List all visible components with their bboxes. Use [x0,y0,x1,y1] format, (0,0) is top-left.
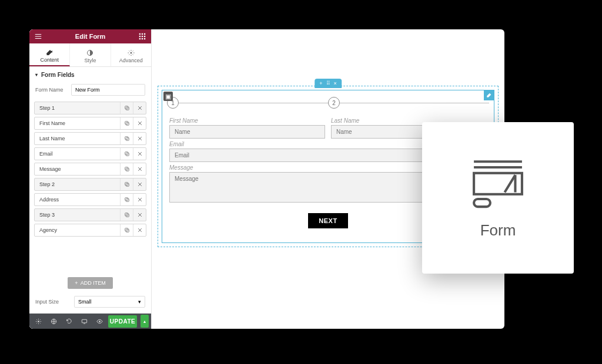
svg-rect-14 [125,122,128,124]
svg-rect-2 [144,33,145,35]
field-label: Agency [35,227,120,233]
svg-rect-18 [125,152,128,155]
edit-widget-handle[interactable] [484,90,494,100]
chevron-down-icon: ▾ [138,299,141,305]
add-item-button[interactable]: + ADD ITEM [68,277,112,289]
svg-rect-7 [142,38,143,39]
field-row[interactable]: Message [34,163,146,176]
field-row[interactable]: Agency [34,224,146,237]
fields-list: Step 1First NameLast NameEmailMessageSte… [29,102,151,271]
tab-style[interactable]: Style [70,43,111,66]
section-toolbar: + ⠿ × [315,79,342,88]
field-row[interactable]: Step 2 [34,178,146,191]
tab-content[interactable]: Content [29,43,70,66]
duplicate-icon[interactable] [120,209,133,221]
menu-icon[interactable] [34,32,42,41]
duplicate-icon[interactable] [120,178,133,190]
add-widget-handle[interactable]: ▣ [163,92,173,101]
responsive-icon[interactable] [78,316,91,326]
duplicate-icon[interactable] [120,117,133,129]
input-size-label: Input Size [35,299,71,305]
svg-rect-11 [126,107,129,110]
svg-rect-26 [125,213,128,216]
preview-icon[interactable] [93,316,106,326]
section-form-fields[interactable]: Form Fields [29,67,151,83]
remove-icon[interactable] [133,224,146,236]
field-row[interactable]: Step 3 [34,208,146,221]
form-name-input[interactable] [71,84,145,96]
globe-icon[interactable] [47,316,60,326]
duplicate-icon[interactable] [120,194,133,205]
steps-indicator: 1 2 [162,94,494,112]
step-line [340,103,489,103]
next-button[interactable]: NEXT [308,213,347,228]
duplicate-icon[interactable] [120,163,133,175]
field-row[interactable]: Step 1 [34,102,146,114]
remove-icon[interactable] [133,194,146,205]
field-label: Step 1 [35,105,120,111]
svg-rect-21 [126,183,129,186]
field-row[interactable]: First Name [34,117,146,130]
section-drag-icon[interactable]: ⠿ [326,80,330,86]
svg-rect-24 [125,198,128,201]
plus-icon: + [75,280,78,286]
sidebar-header: Edit Form [29,29,151,43]
remove-icon[interactable] [133,209,146,221]
remove-icon[interactable] [133,163,146,175]
form-icon [469,157,527,210]
apps-icon[interactable] [138,32,146,41]
section-close-icon[interactable]: × [334,80,337,86]
field-row[interactable]: Address [34,193,146,206]
duplicate-icon[interactable] [120,148,133,160]
sidebar-footer: UPDATE ▴ [29,314,151,329]
history-icon[interactable] [62,316,75,326]
svg-rect-13 [126,122,129,125]
svg-rect-31 [82,319,86,323]
svg-rect-15 [126,137,129,140]
svg-rect-3 [139,36,141,37]
field-label: Last Name [35,136,120,141]
sidebar-title: Edit Form [75,33,105,40]
remove-icon[interactable] [133,178,146,190]
field-label: Address [35,197,120,203]
form-widget-card[interactable]: Form [422,122,574,274]
update-caret-button[interactable]: ▴ [141,315,149,328]
svg-rect-25 [126,214,129,217]
remove-icon[interactable] [133,148,146,160]
svg-point-32 [99,321,101,322]
section-add-icon[interactable]: + [319,80,322,86]
svg-rect-0 [139,33,141,35]
update-button[interactable]: UPDATE [108,315,137,328]
sidebar-panel: Edit Form Content Style Advanced Form Fi… [29,29,152,329]
duplicate-icon[interactable] [120,224,133,236]
section-title-label: Form Fields [41,72,75,78]
first-name-label: First Name [169,117,325,124]
step-2-badge: 2 [328,97,340,109]
form-card-caption: Form [480,221,516,240]
remove-icon[interactable] [133,133,146,144]
svg-rect-6 [139,38,141,39]
field-row[interactable]: Last Name [34,132,146,145]
svg-point-10 [130,52,132,53]
tab-content-label: Content [40,57,59,63]
remove-icon[interactable] [133,117,146,129]
input-size-select[interactable]: Small ▾ [74,296,145,308]
tab-advanced[interactable]: Advanced [111,43,151,66]
duplicate-icon[interactable] [120,102,133,114]
svg-rect-20 [125,167,128,170]
field-label: Message [35,166,120,172]
field-label: First Name [35,120,120,126]
remove-icon[interactable] [133,102,146,114]
step-line [179,103,328,103]
input-size-row: Input Size Small ▾ [29,292,151,314]
settings-icon[interactable] [32,316,45,326]
svg-rect-4 [142,36,143,37]
svg-rect-16 [125,137,128,140]
svg-rect-12 [125,106,128,109]
form-name-row: Form Name [29,83,151,102]
duplicate-icon[interactable] [120,133,133,144]
field-label: Step 2 [35,181,120,187]
field-row[interactable]: Email [34,147,146,160]
sidebar-tabs: Content Style Advanced [29,43,151,67]
first-name-input[interactable] [169,125,325,139]
